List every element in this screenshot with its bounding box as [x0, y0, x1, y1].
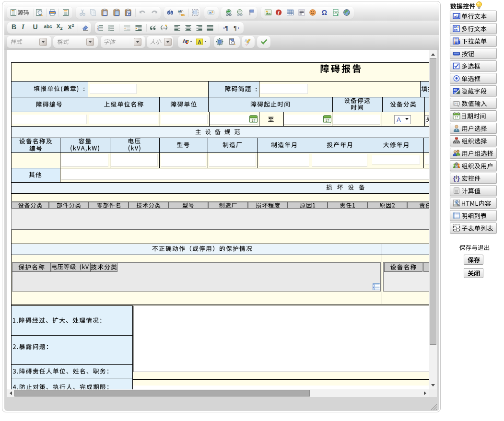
svg-text:¶: ¶: [225, 24, 228, 31]
svg-text:17: 17: [252, 119, 256, 122]
svg-text:¶: ¶: [234, 24, 236, 31]
svg-text:cd: cd: [454, 28, 458, 32]
svg-text:abc: abc: [454, 225, 457, 227]
svg-text:>: >: [458, 200, 460, 203]
svg-text:0-9: 0-9: [454, 102, 458, 105]
svg-text:17: 17: [455, 116, 458, 119]
svg-text:17: 17: [326, 119, 329, 122]
svg-text:ac: ac: [181, 12, 185, 17]
svg-text:A: A: [183, 38, 187, 44]
svg-text:3: 3: [97, 29, 99, 32]
svg-text:<: <: [454, 200, 455, 203]
svg-text:HTML: HTML: [454, 204, 460, 206]
svg-text:{: {: [453, 175, 456, 182]
svg-text:ab: ab: [454, 14, 458, 19]
svg-text:A: A: [198, 39, 201, 45]
svg-text:A: A: [397, 116, 401, 123]
svg-text:div: div: [163, 27, 166, 30]
svg-text:}: }: [457, 175, 460, 182]
svg-text:W: W: [127, 12, 131, 16]
svg-text:Ω: Ω: [322, 9, 327, 16]
